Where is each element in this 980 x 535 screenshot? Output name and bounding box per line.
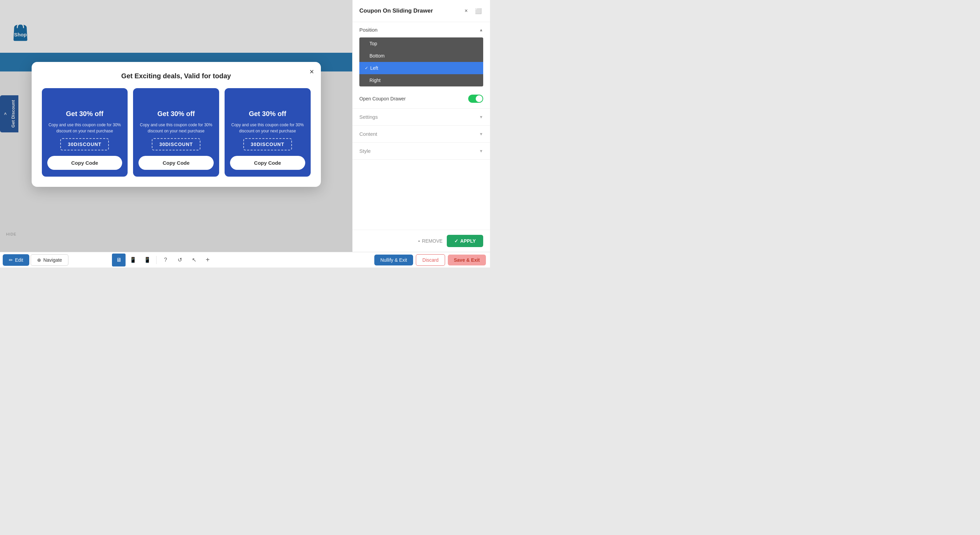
content-label: Content [360, 131, 377, 137]
left-label: Left [370, 65, 378, 71]
coupon-card-3-desc: Copy and use this coupon code for 30% di… [230, 122, 305, 134]
panel-resize-button[interactable]: ⬜ [474, 6, 483, 16]
save-label: Save & Exit [454, 257, 480, 263]
tablet-icon: 📱 [130, 256, 137, 263]
panel-icon-group: × ⬜ [461, 6, 483, 16]
position-chevron-icon: ▲ [479, 27, 483, 32]
coupon-card-2-desc: Copy and use this coupon code for 30% di… [138, 122, 214, 134]
edit-icon: ✏ [9, 257, 13, 263]
bottom-label: Bottom [369, 53, 385, 59]
plus-icon: + [206, 256, 210, 264]
discard-button[interactable]: Discard [416, 254, 445, 266]
desktop-icon: 🖥 [116, 257, 121, 263]
coupon-card-1-title: Get 30% off [66, 110, 103, 118]
panel-close-button[interactable]: × [461, 6, 471, 16]
coupon-modal: Get Exciting deals, Valid for today × Ge… [32, 62, 321, 187]
style-chevron-icon: ▼ [479, 149, 483, 153]
content-accordion-header[interactable]: Content ▼ [353, 126, 490, 142]
toggle-row: Open Coupon Drawer [353, 91, 490, 108]
close-icon: × [465, 8, 468, 14]
remove-label: REMOVE [422, 238, 443, 244]
left-check-icon: ✓ [365, 66, 368, 70]
style-accordion-header[interactable]: Style ▼ [353, 143, 490, 159]
settings-section: Settings ▼ [353, 108, 490, 126]
apply-button[interactable]: ✓ APPLY [447, 235, 483, 247]
desktop-view-button[interactable]: 🖥 [112, 253, 126, 266]
modal-close-button[interactable]: × [310, 67, 314, 76]
content-section: Content ▼ [353, 126, 490, 143]
copy-code-button-3[interactable]: Copy Code [230, 156, 305, 170]
position-option-top[interactable]: Top [360, 37, 483, 50]
remove-icon: ▪ [418, 238, 420, 244]
modal-title: Get Exciting deals, Valid for today [42, 72, 311, 80]
top-check [365, 41, 368, 46]
remove-button[interactable]: ▪ REMOVE [418, 238, 443, 244]
mobile-icon: 📱 [144, 256, 151, 263]
copy-code-button-2[interactable]: Copy Code [138, 156, 214, 170]
navigate-icon: ⊕ [37, 257, 41, 263]
mobile-view-button[interactable]: 📱 [140, 253, 154, 266]
toggle-knob [476, 95, 482, 102]
position-option-right[interactable]: Right [360, 74, 483, 86]
help-button[interactable]: ? [159, 253, 172, 266]
position-option-bottom[interactable]: Bottom [360, 50, 483, 62]
panel-actions: ▪ REMOVE ✓ APPLY [353, 230, 490, 252]
settings-chevron-icon: ▼ [479, 115, 483, 119]
top-label: Top [369, 41, 377, 46]
coupon-card-3: Get 30% off Copy and use this coupon cod… [224, 88, 311, 177]
bottom-check [365, 53, 368, 59]
hide-label: HIDE [6, 232, 16, 236]
modal-overlay: Get Exciting deals, Valid for today × Ge… [0, 0, 352, 252]
position-section: Position ▲ Top Bottom ✓ Left Right [353, 22, 490, 108]
bottom-bar-right: Nullify & Exit Discard Save & Exit [370, 254, 490, 266]
navigate-button[interactable]: ⊕ Navigate [30, 254, 68, 266]
open-coupon-drawer-toggle[interactable] [468, 95, 483, 103]
resize-icon: ⬜ [475, 8, 482, 14]
coupon-card-1-desc: Copy and use this coupon code for 30% di… [47, 122, 123, 134]
settings-label: Settings [360, 114, 378, 120]
panel-header: Coupon On Sliding Drawer × ⬜ [353, 0, 490, 22]
coupon-card-1: Get 30% off Copy and use this coupon cod… [42, 88, 128, 177]
save-exit-button[interactable]: Save & Exit [448, 255, 486, 266]
bottom-bar-left: ✏ Edit ⊕ Navigate [0, 254, 71, 266]
coupon-card-2: Get 30% off Copy and use this coupon cod… [133, 88, 219, 177]
toggle-label: Open Coupon Drawer [360, 96, 406, 102]
apply-label: APPLY [460, 238, 476, 244]
copy-code-button-1[interactable]: Copy Code [47, 156, 123, 170]
nullify-exit-button[interactable]: Nullify & Exit [374, 255, 414, 266]
add-button[interactable]: + [202, 254, 214, 266]
navigate-label: Navigate [43, 257, 62, 263]
cursor-icon: ↖ [192, 256, 196, 263]
position-dropdown: Top Bottom ✓ Left Right [360, 37, 483, 86]
right-check [365, 78, 368, 83]
bottom-bar: ✏ Edit ⊕ Navigate 🖥 📱 📱 ? ↺ ↖ + [0, 252, 490, 268]
edit-button[interactable]: ✏ Edit [3, 254, 29, 266]
coupon-cards-container: Get 30% off Copy and use this coupon cod… [42, 88, 311, 177]
panel-title: Coupon On Sliding Drawer [360, 8, 433, 14]
style-section: Style ▼ [353, 143, 490, 159]
coupon-card-2-title: Get 30% off [157, 110, 195, 118]
coupon-code-3: 30DISCOUNT [243, 138, 292, 150]
content-chevron-icon: ▼ [479, 132, 483, 137]
coupon-code-2: 30DISCOUNT [152, 138, 200, 150]
cursor-button[interactable]: ↖ [187, 253, 201, 266]
tablet-view-button[interactable]: 📱 [126, 253, 140, 266]
style-label: Style [360, 148, 371, 154]
nullify-label: Nullify & Exit [380, 257, 407, 263]
settings-accordion-header[interactable]: Settings ▼ [353, 108, 490, 125]
edit-label: Edit [15, 257, 23, 263]
position-label: Position [360, 27, 377, 33]
right-panel: Coupon On Sliding Drawer × ⬜ Position ▲ … [352, 0, 490, 252]
right-label: Right [369, 78, 381, 83]
position-option-left[interactable]: ✓ Left [360, 62, 483, 74]
bottom-bar-center: 🖥 📱 📱 ? ↺ ↖ + [112, 253, 214, 266]
apply-check-icon: ✓ [454, 238, 458, 244]
canvas-area: Shop > Get Discount Get Exciting deals, … [0, 0, 352, 252]
position-section-header[interactable]: Position ▲ [353, 22, 490, 37]
coupon-card-3-title: Get 30% off [249, 110, 286, 118]
coupon-code-1: 30DISCOUNT [60, 138, 109, 150]
undo-icon: ↺ [178, 256, 182, 263]
discard-label: Discard [422, 257, 438, 263]
help-icon: ? [164, 257, 167, 263]
undo-button[interactable]: ↺ [173, 253, 186, 266]
